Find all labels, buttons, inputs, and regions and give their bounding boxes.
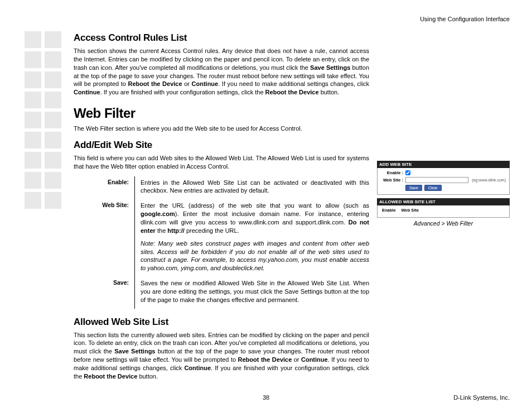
decorative-squares bbox=[25, 31, 64, 212]
panel-header-add: ADD WEB SITE bbox=[377, 161, 510, 168]
section-body-access-control: This section shows the current Access Co… bbox=[74, 47, 369, 97]
add-edit-intro: This field is where you can add Web site… bbox=[74, 154, 369, 171]
section-title-add-edit: Add/Edit Web Site bbox=[74, 140, 369, 151]
allowed-list-body: This section lists the currently allowed… bbox=[74, 331, 369, 381]
footer-company: D-Link Systems, Inc. bbox=[453, 394, 510, 401]
website-note: Note: Many web sites construct pages wit… bbox=[141, 239, 369, 272]
page-number: 38 bbox=[263, 394, 269, 401]
definition-table: Enable: Entries in the Allowed Web Site … bbox=[74, 176, 369, 309]
screenshot-caption: Advanced > Web Filter bbox=[377, 220, 510, 227]
screenshot-add-web-site: ADD WEB SITE Enable : Web Site : (eg:www… bbox=[377, 161, 510, 227]
header-context: Using the Configuration Interface bbox=[22, 16, 510, 22]
clear-button[interactable]: Clear bbox=[424, 185, 442, 191]
def-value-website: Enter the URL (address) of the web site … bbox=[135, 199, 369, 277]
col-header-website: Web Site bbox=[402, 208, 419, 213]
section-title-access-control: Access Control Rules List bbox=[74, 32, 369, 44]
section-title-allowed-list: Allowed Web Site List bbox=[74, 317, 369, 328]
col-header-enable: Enable bbox=[382, 208, 396, 213]
website-example: (eg:www.dlink.com) bbox=[472, 178, 506, 182]
form-label-enable: Enable : bbox=[381, 170, 403, 175]
panel-header-list: ALLOWED WEB SITE LIST bbox=[377, 198, 510, 205]
save-button[interactable]: Save bbox=[405, 185, 422, 191]
heading-web-filter: Web Filter bbox=[74, 106, 369, 121]
def-label-save: Save: bbox=[74, 277, 135, 309]
form-label-website: Web Site : bbox=[381, 178, 403, 183]
def-label-website: Web Site: bbox=[74, 199, 135, 277]
website-input[interactable] bbox=[405, 177, 468, 183]
web-filter-intro: The Web Filter section is where you add … bbox=[74, 124, 369, 133]
enable-checkbox[interactable] bbox=[405, 170, 410, 175]
def-value-enable: Entries in the Allowed Web Site List can… bbox=[135, 176, 369, 200]
def-label-enable: Enable: bbox=[74, 176, 135, 200]
def-value-save: Saves the new or modified Allowed Web Si… bbox=[135, 277, 369, 309]
